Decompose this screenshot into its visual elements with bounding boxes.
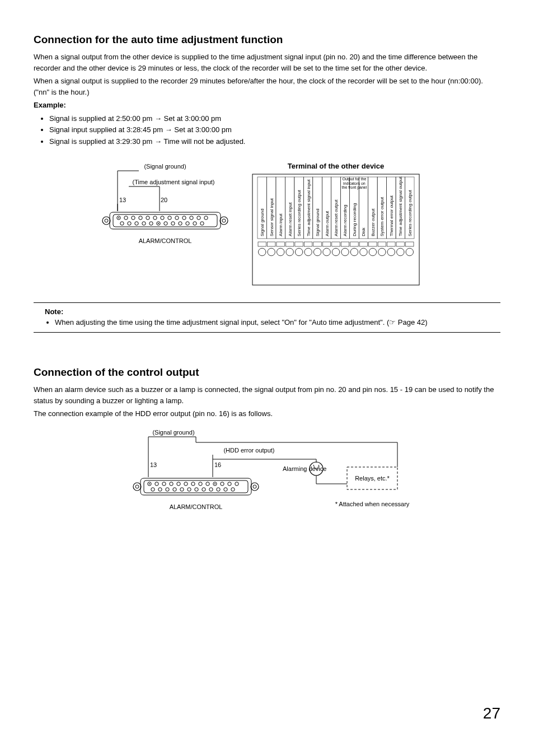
svg-point-28 — [120, 222, 124, 225]
svg-rect-87 — [304, 242, 312, 246]
svg-text:16: 16 — [214, 461, 221, 468]
svg-point-100 — [360, 248, 367, 255]
svg-point-88 — [305, 248, 312, 255]
terminal-block: Terminal of the other device Output for … — [252, 162, 420, 286]
svg-point-110 — [406, 248, 413, 255]
svg-point-144 — [173, 488, 176, 491]
svg-point-16 — [124, 216, 128, 220]
svg-rect-89 — [313, 242, 321, 246]
svg-point-20 — [153, 216, 157, 220]
svg-point-31 — [142, 222, 146, 225]
svg-point-19 — [146, 216, 149, 220]
svg-point-23 — [175, 216, 179, 220]
svg-point-149 — [209, 488, 213, 491]
list-item: Signal input supplied at 3:28:45 pm → Se… — [49, 124, 500, 136]
svg-point-129 — [162, 482, 166, 486]
svg-point-124 — [251, 483, 259, 491]
svg-point-25 — [190, 216, 193, 220]
svg-point-22 — [168, 216, 171, 220]
svg-text:Series recording output: Series recording output — [407, 189, 413, 236]
svg-point-141 — [151, 488, 154, 491]
svg-point-138 — [221, 482, 224, 486]
svg-point-37 — [179, 222, 182, 225]
diagram-control-output: (Signal ground) 13 (HDD error output) 16 — [123, 428, 500, 517]
svg-point-82 — [277, 248, 284, 255]
svg-point-127 — [149, 483, 150, 484]
svg-rect-97 — [350, 242, 358, 246]
body-text: The connection example of the HDD error … — [34, 408, 500, 419]
svg-point-106 — [387, 248, 395, 255]
svg-point-125 — [253, 485, 256, 488]
svg-point-122 — [133, 483, 141, 491]
svg-text:13: 13 — [150, 461, 157, 468]
svg-text:Disk: Disk — [361, 227, 366, 236]
svg-text:Relays, etc.*: Relays, etc.* — [355, 475, 390, 482]
svg-point-39 — [193, 222, 196, 225]
svg-text:Alarm reset input: Alarm reset input — [288, 202, 293, 236]
svg-point-34 — [158, 223, 159, 224]
svg-point-96 — [341, 248, 349, 255]
svg-rect-105 — [387, 242, 395, 246]
svg-point-108 — [397, 248, 404, 255]
svg-point-137 — [214, 483, 216, 484]
svg-text:* Attached when necessary: * Attached when necessary — [335, 501, 410, 507]
svg-point-130 — [170, 482, 173, 486]
svg-point-133 — [191, 482, 195, 486]
svg-rect-79 — [267, 242, 275, 246]
svg-point-36 — [171, 222, 175, 225]
svg-point-151 — [224, 488, 227, 491]
terminal-title: Terminal of the other device — [252, 162, 420, 170]
svg-rect-99 — [359, 242, 367, 246]
svg-point-29 — [128, 222, 131, 225]
svg-point-140 — [235, 482, 238, 486]
svg-point-94 — [332, 248, 339, 255]
svg-rect-93 — [332, 242, 340, 246]
svg-text:Alarm recording: Alarm recording — [343, 204, 348, 236]
svg-point-80 — [268, 248, 275, 255]
svg-text:Time adjustment signal output: Time adjustment signal output — [398, 176, 403, 236]
svg-text:(Signal ground): (Signal ground) — [152, 429, 194, 436]
svg-rect-107 — [396, 242, 404, 246]
svg-rect-103 — [378, 242, 386, 246]
svg-point-35 — [164, 222, 167, 225]
connector-diagram-left: (Signal ground) (Time adjustment signal … — [101, 162, 229, 251]
svg-point-146 — [188, 488, 191, 491]
body-text: When a signal output is supplied to the … — [34, 76, 500, 97]
svg-point-18 — [139, 216, 142, 220]
svg-point-143 — [166, 488, 169, 491]
svg-text:(Signal ground): (Signal ground) — [144, 163, 186, 170]
svg-point-78 — [259, 248, 266, 255]
svg-point-90 — [313, 248, 321, 255]
body-text: When an alarm device such as a buzzer or… — [34, 384, 500, 406]
svg-text:Series recording output: Series recording output — [297, 189, 302, 236]
svg-point-32 — [149, 222, 153, 225]
section-heading: Connection for the auto time adjustment … — [34, 34, 500, 46]
body-text: When a signal output from the other devi… — [34, 52, 500, 73]
example-label: Example: — [34, 100, 500, 111]
svg-point-142 — [158, 488, 162, 491]
svg-text:ALARM/CONTROL: ALARM/CONTROL — [170, 503, 223, 510]
terminal-svg: Output for the indicators on the front p… — [252, 174, 420, 286]
svg-text:Buzzer output: Buzzer output — [371, 208, 376, 236]
svg-rect-101 — [369, 242, 377, 246]
svg-text:(Time adjustment signal input): (Time adjustment signal input) — [133, 179, 215, 185]
svg-point-17 — [132, 216, 135, 220]
svg-point-152 — [231, 488, 235, 491]
list-item: Signal is supplied at 3:29:30 pm → Time … — [49, 136, 500, 148]
svg-text:During recording: During recording — [352, 203, 357, 236]
svg-point-21 — [161, 216, 164, 220]
svg-point-27 — [204, 216, 208, 220]
svg-point-38 — [186, 222, 189, 225]
svg-text:Signal ground: Signal ground — [260, 209, 265, 236]
svg-point-10 — [102, 217, 110, 225]
svg-point-128 — [155, 482, 158, 486]
svg-text:Time adjustment signal input: Time adjustment signal input — [306, 179, 311, 236]
svg-point-147 — [195, 488, 198, 491]
svg-point-102 — [369, 248, 376, 255]
svg-text:Alarming device: Alarming device — [283, 465, 326, 472]
svg-rect-95 — [341, 242, 349, 246]
note-item: When adjusting the time using the time a… — [55, 317, 489, 328]
svg-rect-83 — [285, 242, 293, 246]
svg-point-84 — [286, 248, 293, 255]
svg-point-104 — [378, 248, 386, 255]
